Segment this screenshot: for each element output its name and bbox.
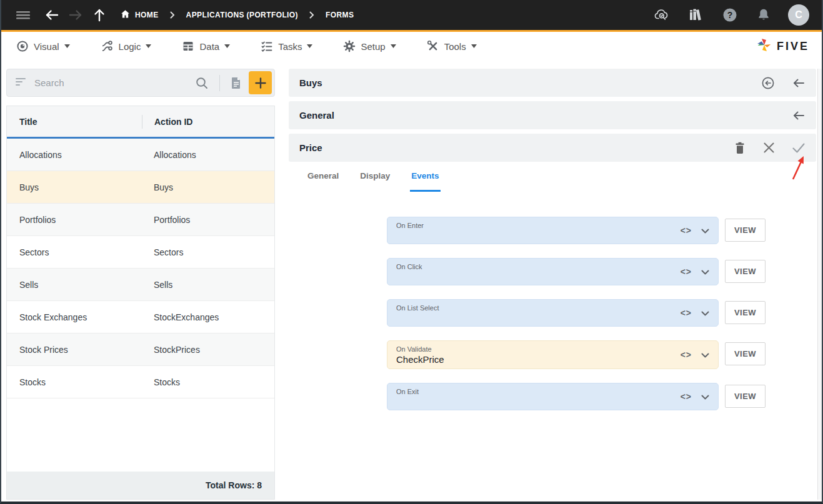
search-icon[interactable] [191,72,213,94]
caret-down-icon [307,44,312,48]
view-button[interactable]: VIEW [725,342,766,365]
back-arrow-icon[interactable] [42,6,61,24]
app-window: HOME APPLICATIONS (PORTFOLIO) FORMS ? [0,0,823,504]
code-icon[interactable]: <> [681,225,692,235]
tab-events[interactable]: Events [410,162,440,192]
on-validate-field[interactable]: On Validate CheckPrice <> [387,340,719,369]
menu-setup[interactable]: Setup [343,40,396,52]
chevron-down-icon[interactable] [701,349,709,360]
chevron-down-icon[interactable] [701,307,709,319]
card-tabs: General Display Events [289,162,816,192]
events-tab-content: On Enter <> VIEW On Click <> [289,192,816,500]
cell-title: Portfolios [19,215,154,225]
flow-nodes-icon [101,40,114,52]
avatar-initial: C [795,9,802,21]
user-avatar[interactable]: C [788,4,809,26]
breadcrumb-label: FORMS [326,11,354,19]
chevron-down-icon[interactable] [701,391,709,402]
table-row[interactable]: Portfolios Portfolios [7,204,274,236]
top-app-bar: HOME APPLICATIONS (PORTFOLIO) FORMS ? [1,0,822,32]
table-row[interactable]: Sectors Sectors [7,236,274,269]
view-button[interactable]: VIEW [725,219,766,242]
breadcrumb-label: HOME [135,11,159,19]
on-exit-field[interactable]: On Exit <> [387,383,719,410]
caret-down-icon [391,44,396,48]
column-divider [142,115,142,129]
help-icon[interactable]: ? [721,6,739,24]
menu-data[interactable]: Data [182,40,230,52]
add-record-button[interactable] [249,71,272,94]
cell-action-id: StockPrices [154,345,274,355]
save-check-icon[interactable] [792,142,806,154]
form-document-icon[interactable] [225,72,247,94]
menu-logic[interactable]: Logic [101,40,152,52]
view-button[interactable]: VIEW [725,385,766,408]
record-header-bar: Buys [289,69,816,97]
table-row-selected[interactable]: Buys Buys [7,171,274,204]
code-icon[interactable]: <> [681,392,692,402]
chevron-right-icon [309,11,314,19]
section-header-bar: General [289,101,816,129]
hamburger-menu-icon[interactable] [14,6,32,24]
svg-text:?: ? [727,10,733,20]
cell-action-id: Portfolios [154,215,274,225]
cell-title: Sectors [19,247,154,257]
code-icon[interactable]: <> [681,350,692,360]
chevron-down-icon[interactable] [701,266,709,277]
code-icon[interactable]: <> [681,308,692,318]
chevron-down-icon[interactable] [701,225,709,236]
field-label: On Exit [396,388,419,395]
cloud-inspect-icon[interactable] [653,6,672,24]
table-row[interactable]: Stocks Stocks [7,366,274,398]
field-editor-card: Price General Display Events On [289,134,816,500]
event-field-row: On List Select <> VIEW [387,299,816,327]
breadcrumb-home[interactable]: HOME [120,9,159,21]
switch-view-icon[interactable] [761,76,775,90]
column-header-action-id[interactable]: Action ID [154,117,274,127]
back-left-arrow-icon[interactable] [792,109,806,122]
table-row[interactable]: Sells Sells [7,269,274,301]
breadcrumb-applications[interactable]: APPLICATIONS (PORTFOLIO) [186,11,298,19]
tab-label: Events [411,171,439,180]
notifications-bell-icon[interactable] [754,6,773,24]
menu-tools[interactable]: Tools [427,40,477,52]
view-button[interactable]: VIEW [725,260,766,283]
cell-title: Buys [19,182,154,192]
caret-down-icon [64,44,70,48]
record-title: Buys [299,77,322,88]
forward-arrow-icon[interactable] [66,6,85,24]
column-header-title[interactable]: Title [19,117,142,127]
up-arrow-icon[interactable] [90,6,109,24]
view-button[interactable]: VIEW [725,301,766,324]
on-click-field[interactable]: On Click <> [387,258,719,285]
on-enter-field[interactable]: On Enter <> [387,217,719,244]
appbar-actions: ? C [653,4,809,26]
cell-action-id: Allocations [154,150,274,160]
menu-tasks[interactable]: Tasks [261,40,312,52]
table-row[interactable]: Stock Prices StockPrices [7,334,274,366]
table-row[interactable]: Stock Exchanges StockExchanges [7,301,274,334]
menu-visual[interactable]: Visual [16,40,70,52]
cell-action-id: StockExchanges [154,312,274,322]
card-header-bar: Price [289,134,816,162]
library-books-icon[interactable] [687,6,706,24]
tab-display[interactable]: Display [359,162,391,192]
table-row[interactable]: Allocations Allocations [7,139,274,171]
breadcrumb-label: APPLICATIONS (PORTFOLIO) [186,11,298,19]
field-label: On Enter [396,222,424,229]
caret-down-icon [471,44,477,48]
event-field-row: On Validate CheckPrice <> VIEW [387,340,816,369]
tab-general[interactable]: General [306,162,340,192]
delete-trash-icon[interactable] [734,141,746,155]
main-content: Title Action ID Allocations Allocations … [1,61,822,500]
checklist-icon [261,40,273,52]
field-label: On List Select [396,304,439,312]
filter-icon[interactable] [16,77,27,89]
cancel-x-icon[interactable] [763,142,775,154]
vertical-scrollbar[interactable] [817,69,822,500]
code-icon[interactable]: <> [681,267,692,277]
on-list-select-field[interactable]: On List Select <> [387,299,719,327]
search-input[interactable] [34,77,191,88]
breadcrumb-forms[interactable]: FORMS [326,11,354,19]
collapse-left-arrow-icon[interactable] [792,76,806,90]
